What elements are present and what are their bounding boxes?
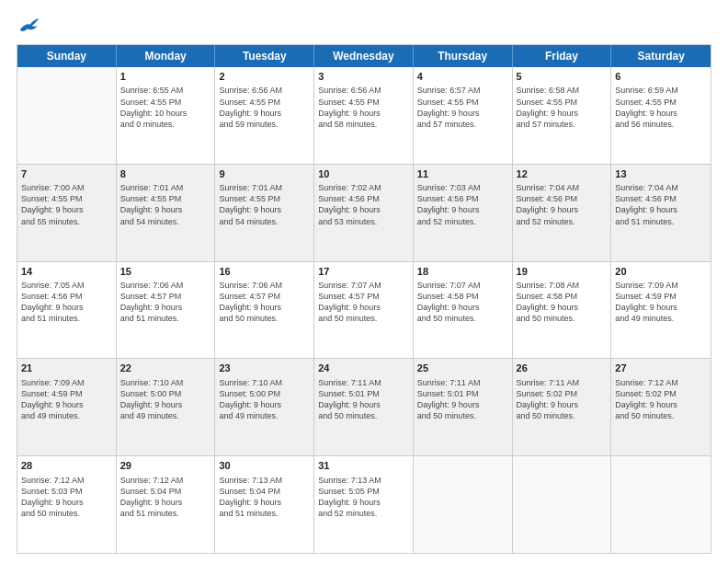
day-info: Sunrise: 7:09 AM Sunset: 4:59 PM Dayligh… (615, 280, 707, 325)
calendar-cell-0-0 (17, 67, 117, 164)
day-info: Sunrise: 7:13 AM Sunset: 5:04 PM Dayligh… (219, 475, 310, 520)
day-info: Sunrise: 7:08 AM Sunset: 4:58 PM Dayligh… (517, 280, 608, 325)
day-info: Sunrise: 7:10 AM Sunset: 5:00 PM Dayligh… (219, 377, 310, 422)
day-number: 16 (219, 265, 310, 279)
calendar-cell-2-3: 17Sunrise: 7:07 AM Sunset: 4:57 PM Dayli… (314, 262, 414, 359)
day-number: 10 (318, 167, 409, 181)
day-info: Sunrise: 7:05 AM Sunset: 4:56 PM Dayligh… (21, 280, 112, 325)
calendar-header: SundayMondayTuesdayWednesdayThursdayFrid… (17, 45, 711, 67)
calendar-cell-4-3: 31Sunrise: 7:13 AM Sunset: 5:05 PM Dayli… (314, 456, 414, 553)
day-number: 26 (517, 362, 608, 375)
day-number: 27 (615, 362, 707, 375)
day-number: 18 (417, 265, 508, 279)
day-info: Sunrise: 6:56 AM Sunset: 4:55 PM Dayligh… (219, 85, 310, 130)
day-info: Sunrise: 7:07 AM Sunset: 4:57 PM Dayligh… (318, 280, 409, 325)
logo (17, 17, 40, 35)
calendar-cell-4-4 (414, 456, 513, 553)
day-number: 15 (120, 265, 211, 279)
calendar-cell-1-2: 9Sunrise: 7:01 AM Sunset: 4:55 PM Daylig… (215, 165, 314, 261)
day-info: Sunrise: 7:12 AM Sunset: 5:02 PM Dayligh… (615, 377, 707, 422)
day-number: 7 (21, 167, 112, 181)
day-info: Sunrise: 6:58 AM Sunset: 4:55 PM Dayligh… (517, 85, 608, 130)
day-number: 17 (318, 265, 409, 279)
day-number: 14 (21, 265, 112, 279)
day-info: Sunrise: 7:03 AM Sunset: 4:56 PM Dayligh… (417, 182, 508, 227)
calendar-row-2: 14Sunrise: 7:05 AM Sunset: 4:56 PM Dayli… (17, 262, 711, 360)
day-info: Sunrise: 7:06 AM Sunset: 4:57 PM Dayligh… (219, 280, 310, 325)
day-number: 20 (615, 265, 707, 279)
weekday-header-tuesday: Tuesday (215, 45, 314, 67)
calendar-cell-0-6: 6Sunrise: 6:59 AM Sunset: 4:55 PM Daylig… (611, 67, 711, 164)
calendar-cell-0-4: 4Sunrise: 6:57 AM Sunset: 4:55 PM Daylig… (414, 67, 513, 164)
calendar-cell-0-2: 2Sunrise: 6:56 AM Sunset: 4:55 PM Daylig… (215, 67, 314, 164)
day-number: 22 (120, 362, 211, 375)
calendar-cell-3-1: 22Sunrise: 7:10 AM Sunset: 5:00 PM Dayli… (117, 359, 216, 455)
calendar: SundayMondayTuesdayWednesdayThursdayFrid… (17, 44, 711, 554)
day-number: 29 (120, 459, 211, 473)
day-info: Sunrise: 7:13 AM Sunset: 5:05 PM Dayligh… (318, 475, 409, 520)
calendar-cell-2-5: 19Sunrise: 7:08 AM Sunset: 4:58 PM Dayli… (513, 262, 612, 359)
calendar-cell-4-6 (611, 456, 711, 553)
calendar-cell-3-5: 26Sunrise: 7:11 AM Sunset: 5:02 PM Dayli… (513, 359, 612, 455)
day-number: 31 (318, 459, 409, 473)
calendar-cell-1-1: 8Sunrise: 7:01 AM Sunset: 4:55 PM Daylig… (117, 165, 216, 261)
calendar-cell-3-2: 23Sunrise: 7:10 AM Sunset: 5:00 PM Dayli… (215, 359, 314, 455)
calendar-cell-1-6: 13Sunrise: 7:04 AM Sunset: 4:56 PM Dayli… (611, 165, 711, 261)
day-info: Sunrise: 7:12 AM Sunset: 5:04 PM Dayligh… (120, 475, 211, 520)
day-number: 21 (21, 362, 112, 375)
day-info: Sunrise: 6:57 AM Sunset: 4:55 PM Dayligh… (417, 85, 508, 130)
day-info: Sunrise: 7:10 AM Sunset: 5:00 PM Dayligh… (120, 377, 211, 422)
calendar-cell-4-1: 29Sunrise: 7:12 AM Sunset: 5:04 PM Dayli… (117, 456, 216, 553)
weekday-header-thursday: Thursday (414, 45, 513, 67)
day-info: Sunrise: 6:56 AM Sunset: 4:55 PM Dayligh… (318, 85, 409, 130)
day-info: Sunrise: 6:59 AM Sunset: 4:55 PM Dayligh… (615, 85, 707, 130)
day-number: 12 (517, 167, 608, 181)
calendar-row-3: 21Sunrise: 7:09 AM Sunset: 4:59 PM Dayli… (17, 359, 711, 456)
calendar-cell-4-2: 30Sunrise: 7:13 AM Sunset: 5:04 PM Dayli… (215, 456, 314, 553)
day-info: Sunrise: 7:09 AM Sunset: 4:59 PM Dayligh… (21, 377, 112, 422)
weekday-header-friday: Friday (513, 45, 612, 67)
day-number: 1 (120, 70, 211, 84)
day-info: Sunrise: 7:11 AM Sunset: 5:02 PM Dayligh… (517, 377, 608, 422)
header (17, 17, 711, 35)
calendar-cell-0-1: 1Sunrise: 6:55 AM Sunset: 4:55 PM Daylig… (117, 67, 216, 164)
calendar-cell-4-0: 28Sunrise: 7:12 AM Sunset: 5:03 PM Dayli… (17, 456, 117, 553)
calendar-cell-2-1: 15Sunrise: 7:06 AM Sunset: 4:57 PM Dayli… (117, 262, 216, 359)
day-number: 2 (219, 70, 310, 84)
calendar-cell-3-3: 24Sunrise: 7:11 AM Sunset: 5:01 PM Dayli… (314, 359, 414, 455)
day-number: 3 (318, 70, 409, 84)
day-info: Sunrise: 7:01 AM Sunset: 4:55 PM Dayligh… (120, 182, 211, 227)
calendar-cell-4-5 (513, 456, 612, 553)
calendar-row-1: 7Sunrise: 7:00 AM Sunset: 4:55 PM Daylig… (17, 165, 711, 262)
day-info: Sunrise: 7:11 AM Sunset: 5:01 PM Dayligh… (417, 377, 508, 422)
day-info: Sunrise: 7:11 AM Sunset: 5:01 PM Dayligh… (318, 377, 409, 422)
calendar-cell-1-4: 11Sunrise: 7:03 AM Sunset: 4:56 PM Dayli… (414, 165, 513, 261)
calendar-cell-0-3: 3Sunrise: 6:56 AM Sunset: 4:55 PM Daylig… (314, 67, 414, 164)
day-number: 19 (517, 265, 608, 279)
day-info: Sunrise: 6:55 AM Sunset: 4:55 PM Dayligh… (120, 85, 211, 130)
day-info: Sunrise: 7:01 AM Sunset: 4:55 PM Dayligh… (219, 182, 310, 227)
day-number: 6 (615, 70, 707, 84)
calendar-cell-3-6: 27Sunrise: 7:12 AM Sunset: 5:02 PM Dayli… (611, 359, 711, 455)
calendar-cell-2-6: 20Sunrise: 7:09 AM Sunset: 4:59 PM Dayli… (611, 262, 711, 359)
day-number: 13 (615, 167, 707, 181)
weekday-header-sunday: Sunday (17, 45, 117, 67)
day-info: Sunrise: 7:04 AM Sunset: 4:56 PM Dayligh… (517, 182, 608, 227)
calendar-cell-2-4: 18Sunrise: 7:07 AM Sunset: 4:58 PM Dayli… (414, 262, 513, 359)
calendar-cell-3-4: 25Sunrise: 7:11 AM Sunset: 5:01 PM Dayli… (414, 359, 513, 455)
day-number: 8 (120, 167, 211, 181)
day-number: 4 (417, 70, 508, 84)
calendar-cell-3-0: 21Sunrise: 7:09 AM Sunset: 4:59 PM Dayli… (17, 359, 117, 455)
calendar-body: 1Sunrise: 6:55 AM Sunset: 4:55 PM Daylig… (17, 67, 711, 553)
day-number: 11 (417, 167, 508, 181)
calendar-cell-0-5: 5Sunrise: 6:58 AM Sunset: 4:55 PM Daylig… (513, 67, 612, 164)
day-number: 9 (219, 167, 310, 181)
day-number: 5 (517, 70, 608, 84)
day-info: Sunrise: 7:02 AM Sunset: 4:56 PM Dayligh… (318, 182, 409, 227)
weekday-header-saturday: Saturday (611, 45, 711, 67)
day-number: 28 (21, 459, 112, 473)
calendar-cell-1-0: 7Sunrise: 7:00 AM Sunset: 4:55 PM Daylig… (17, 165, 117, 261)
day-info: Sunrise: 7:06 AM Sunset: 4:57 PM Dayligh… (120, 280, 211, 325)
calendar-cell-2-2: 16Sunrise: 7:06 AM Sunset: 4:57 PM Dayli… (215, 262, 314, 359)
day-number: 30 (219, 459, 310, 473)
